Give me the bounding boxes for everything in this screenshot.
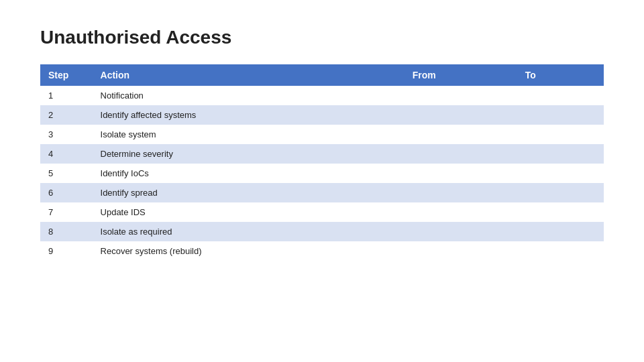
cell-to: [517, 144, 604, 164]
cell-to: [517, 202, 604, 222]
cell-step: 8: [40, 222, 93, 241]
unauthorised-access-table: Step Action From To 1Notification2Identi…: [40, 64, 604, 261]
cell-step: 7: [40, 202, 93, 222]
cell-from: [405, 202, 517, 222]
table-row: 3Isolate system: [40, 125, 604, 144]
cell-from: [405, 144, 517, 164]
cell-step: 3: [40, 125, 93, 144]
cell-from: [405, 86, 517, 105]
table-row: 2Identify affected systems: [40, 105, 604, 125]
cell-from: [405, 241, 517, 261]
cell-action: Identify affected systems: [93, 105, 405, 125]
cell-from: [405, 183, 517, 202]
cell-action: Determine severity: [93, 144, 405, 164]
cell-step: 1: [40, 86, 93, 105]
cell-action: Update IDS: [93, 202, 405, 222]
table-row: 9Recover systems (rebuild): [40, 241, 604, 261]
table-row: 5Identify IoCs: [40, 164, 604, 183]
cell-step: 9: [40, 241, 93, 261]
cell-to: [517, 183, 604, 202]
cell-action: Recover systems (rebuild): [93, 241, 405, 261]
table-header-row: Step Action From To: [40, 64, 604, 86]
cell-action: Isolate as required: [93, 222, 405, 241]
cell-to: [517, 105, 604, 125]
cell-from: [405, 125, 517, 144]
cell-to: [517, 241, 604, 261]
table-row: 8Isolate as required: [40, 222, 604, 241]
header-action: Action: [93, 64, 405, 86]
cell-to: [517, 125, 604, 144]
cell-action: Identify IoCs: [93, 164, 405, 183]
header-step: Step: [40, 64, 93, 86]
cell-step: 6: [40, 183, 93, 202]
table-row: 4Determine severity: [40, 144, 604, 164]
cell-action: Identify spread: [93, 183, 405, 202]
cell-to: [517, 222, 604, 241]
cell-step: 5: [40, 164, 93, 183]
cell-step: 2: [40, 105, 93, 125]
table-row: 1Notification: [40, 86, 604, 105]
header-to: To: [517, 64, 604, 86]
table-row: 7Update IDS: [40, 202, 604, 222]
cell-action: Isolate system: [93, 125, 405, 144]
header-from: From: [405, 64, 517, 86]
cell-from: [405, 105, 517, 125]
main-container: Unauthorised Access Step Action From To …: [40, 27, 604, 261]
table-row: 6Identify spread: [40, 183, 604, 202]
cell-step: 4: [40, 144, 93, 164]
cell-from: [405, 222, 517, 241]
cell-to: [517, 164, 604, 183]
page-title: Unauthorised Access: [40, 27, 604, 48]
cell-action: Notification: [93, 86, 405, 105]
cell-to: [517, 86, 604, 105]
cell-from: [405, 164, 517, 183]
